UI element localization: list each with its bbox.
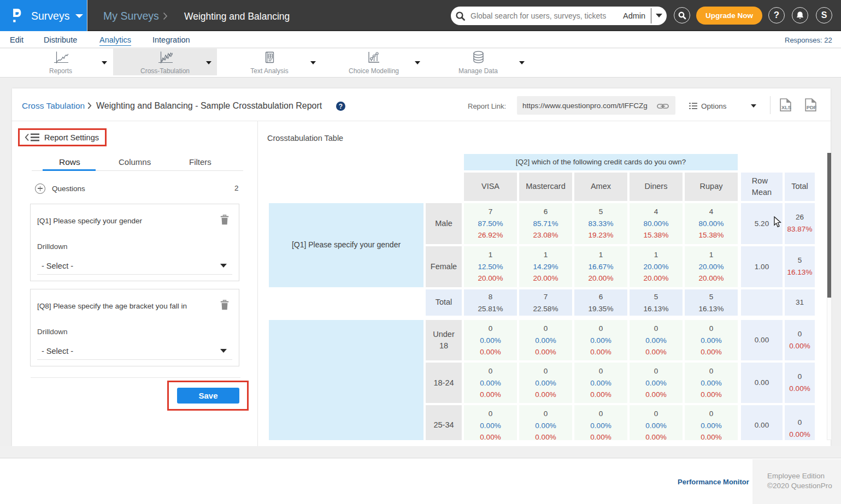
svg-text:PDF: PDF <box>807 105 817 110</box>
svg-text:XLS: XLS <box>781 105 791 110</box>
